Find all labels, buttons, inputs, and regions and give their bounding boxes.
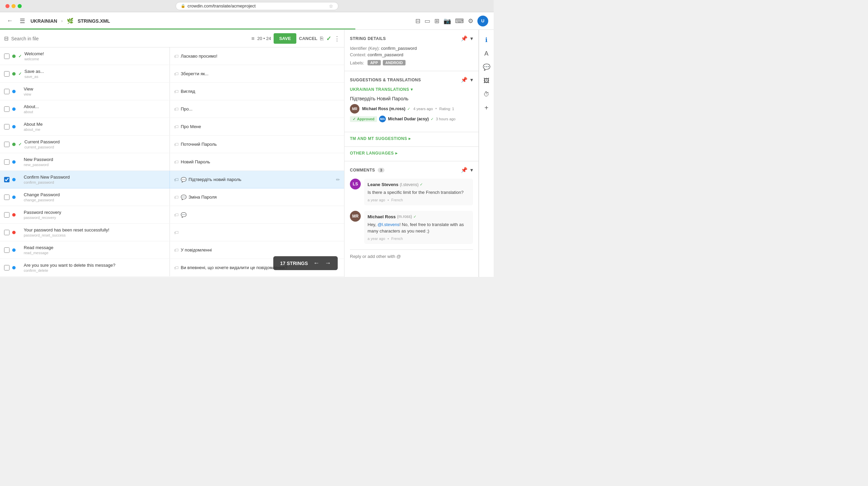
prev-string-button[interactable]: ← — [313, 260, 319, 267]
comment-avatar-1: LS — [350, 179, 361, 189]
bookmark-icon[interactable]: ☆ — [329, 3, 333, 9]
add-icon-button[interactable]: + — [480, 102, 493, 114]
screenshot-icon[interactable]: 📷 — [443, 17, 451, 25]
comment-sidebar-icon-button[interactable]: 💬 — [480, 61, 493, 73]
row-key: confirm_password — [24, 180, 165, 184]
string-row[interactable]: Change Password change_password 🏷 💬 Змін… — [0, 188, 344, 206]
expand-button[interactable]: ▾ — [470, 35, 473, 42]
string-row[interactable]: New Password new_password 🏷 Новий Пароль — [0, 153, 344, 171]
tag-app[interactable]: APP — [368, 60, 381, 65]
menu-button[interactable]: ☰ — [18, 16, 26, 26]
status-dot — [12, 231, 16, 234]
row-checkbox[interactable] — [4, 142, 9, 147]
history-icon-button[interactable]: ⏱ — [480, 88, 493, 100]
suggestion-rating: Rating: 1 — [439, 107, 454, 111]
address-bar[interactable]: 🔒 crowdin.com/translate/acmeproject ☆ — [176, 2, 338, 10]
row-left: About... about — [0, 100, 170, 118]
string-row[interactable]: ✓ Current Password current_password 🏷 По… — [0, 136, 344, 153]
string-row[interactable]: ✓ Welcome! welcome 🏷 Ласкаво просимо! — [0, 47, 344, 65]
comment-handle-2: (m.ross) — [397, 214, 412, 219]
tag-icon[interactable]: 🏷 — [174, 89, 179, 94]
image-icon-button[interactable]: 🖼 — [480, 75, 493, 87]
row-checkbox[interactable] — [4, 71, 9, 77]
string-row[interactable]: ✓ Save as... save_as 🏷 Зберегти як... — [0, 65, 344, 83]
tag-icon[interactable]: 🏷 — [174, 142, 179, 147]
other-lang-toggle[interactable]: OTHER LANGUAGES ▸ — [350, 147, 473, 160]
row-checkbox[interactable] — [4, 212, 9, 218]
tag-icon[interactable]: 🏷 — [174, 230, 179, 235]
settings-icon[interactable]: ⚙ — [468, 17, 473, 25]
layout-icon-1[interactable]: ⊟ — [415, 17, 420, 25]
row-right: 🏷 — [170, 224, 344, 241]
row-text-block: Password recovery password_recovery — [24, 210, 165, 220]
back-button[interactable]: ← — [5, 16, 14, 26]
tag-icon[interactable]: 🏷 — [174, 265, 179, 270]
tag-icon[interactable]: 🏷 — [174, 247, 179, 253]
pin-button[interactable]: 📌 — [461, 35, 468, 42]
active-string-row[interactable]: Confirm New Password confirm_password 🏷 … — [0, 171, 344, 188]
string-row[interactable]: Your password has been reset successfull… — [0, 224, 344, 241]
copy-icon[interactable]: ⎘ — [320, 36, 323, 42]
row-checkbox[interactable] — [4, 247, 9, 253]
keyboard-icon[interactable]: ⌨ — [455, 17, 464, 25]
row-checkbox[interactable] — [4, 265, 9, 270]
tag-icon[interactable]: 🏷 — [174, 71, 179, 77]
tag-icon[interactable]: 🏷 — [174, 124, 179, 129]
layout-icon-2[interactable]: ▭ — [425, 17, 430, 25]
row-checkbox[interactable] — [4, 54, 9, 59]
comment-icon[interactable]: 💬 — [181, 177, 186, 182]
string-row[interactable]: About Me about_me 🏷 Про Мене — [0, 118, 344, 136]
tag-icon[interactable]: 🏷 — [174, 195, 179, 200]
save-button[interactable]: SAVE — [274, 33, 296, 44]
string-row[interactable]: View view 🏷 Вигляд — [0, 83, 344, 100]
tag-icon[interactable]: 🏷 — [174, 159, 179, 165]
translate-icon-button[interactable]: A — [480, 47, 493, 60]
row-checkbox[interactable] — [4, 177, 9, 182]
traffic-light-green[interactable] — [18, 4, 22, 8]
other-lang-section: OTHER LANGUAGES ▸ — [344, 147, 478, 161]
cancel-button[interactable]: CANCEL — [299, 36, 317, 41]
comments-pin-button[interactable]: 📌 — [461, 167, 468, 173]
avatar[interactable]: U — [477, 16, 488, 26]
tm-toggle[interactable]: TM AND MT SUGGESTIONS ▸ — [350, 132, 473, 145]
tag-icon[interactable]: 🏷 — [174, 54, 179, 59]
comment-icon[interactable]: 💬 — [181, 195, 186, 200]
approve-check-icon[interactable]: ✓ — [326, 35, 331, 42]
tag-android[interactable]: ANDROID — [383, 60, 406, 65]
row-checkbox[interactable] — [4, 159, 9, 165]
info-icon-button[interactable]: ℹ — [480, 34, 493, 46]
row-checkbox[interactable] — [4, 124, 9, 129]
suggestions-title: SUGGESTIONS & TRANSLATIONS — [350, 78, 421, 82]
collapse-button[interactable]: ⊟ — [4, 35, 8, 42]
comments-expand-button[interactable]: ▾ — [470, 167, 473, 173]
filter-icon[interactable]: ≡ — [251, 36, 254, 42]
row-checkbox[interactable] — [4, 230, 9, 235]
string-row[interactable]: Password recovery password_recovery 🏷 💬 — [0, 206, 344, 224]
more-options-icon[interactable]: ⋮ — [334, 35, 340, 42]
suggestions-pin-button[interactable]: 📌 — [461, 77, 468, 83]
suggestions-expand-button[interactable]: ▾ — [470, 77, 473, 83]
row-text-block: Your password has been reset successfull… — [24, 227, 165, 237]
traffic-light-red[interactable] — [5, 4, 9, 8]
tag-icon[interactable]: 🏷 — [174, 212, 179, 218]
verified-icon: ✓ — [407, 107, 410, 111]
file-type-icon: 🌿 — [67, 18, 74, 24]
row-checkbox[interactable] — [4, 195, 9, 200]
traffic-light-yellow[interactable] — [12, 4, 16, 8]
tag-icon[interactable]: 🏷 — [174, 177, 179, 182]
row-checkbox[interactable] — [4, 106, 9, 112]
string-row[interactable]: About... about 🏷 Про... — [0, 100, 344, 118]
ukrainian-translations-toggle[interactable]: UKRAINIAN TRANSLATIONS ▾ — [350, 87, 473, 92]
search-input[interactable] — [11, 36, 249, 41]
comment-mention[interactable]: @l.stevens — [377, 222, 399, 227]
tag-icon[interactable]: 🏷 — [174, 106, 179, 112]
comment-icon[interactable]: 💬 — [181, 212, 186, 218]
comment-input[interactable] — [350, 254, 473, 259]
row-checkbox[interactable] — [4, 89, 9, 94]
row-left: View view — [0, 83, 170, 100]
layout-icon-3[interactable]: ⊞ — [434, 17, 439, 25]
row-text-block: Welcome! welcome — [24, 51, 165, 61]
edit-icon[interactable]: ✏ — [336, 177, 340, 182]
language-label: UKRAINIAN — [31, 18, 57, 24]
next-string-button[interactable]: → — [325, 260, 331, 267]
